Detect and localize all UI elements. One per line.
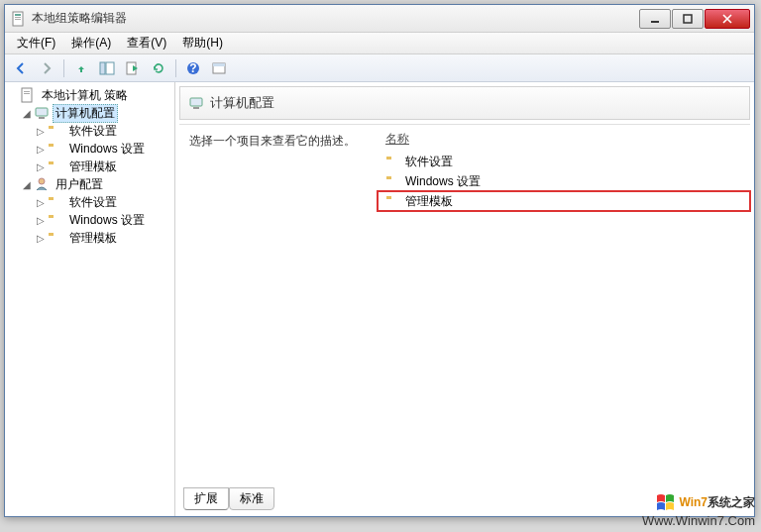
tree-item-windows-settings-user[interactable]: ▷ Windows 设置	[35, 211, 172, 229]
tree-pane[interactable]: 本地计算机 策略 ◢ 计算机配置 ▷ 软件设置 ▷	[5, 82, 175, 516]
description-prompt: 选择一个项目来查看它的描述。	[189, 133, 368, 150]
window-controls	[639, 9, 750, 29]
expand-icon[interactable]: ▷	[35, 197, 47, 208]
folder-icon	[48, 123, 63, 139]
svg-rect-30	[49, 233, 54, 236]
tab-standard[interactable]: 标准	[229, 487, 274, 510]
tree-item-windows-settings[interactable]: ▷ Windows 设置	[35, 140, 172, 158]
folder-icon	[385, 173, 401, 189]
tree-item-admin-templates[interactable]: ▷ 管理模板	[35, 158, 172, 175]
maximize-button[interactable]	[672, 9, 704, 29]
svg-text:?: ?	[189, 61, 196, 75]
svg-rect-14	[22, 88, 32, 102]
menu-help[interactable]: 帮助(H)	[174, 33, 231, 53]
export-button[interactable]	[121, 57, 145, 79]
expand-icon[interactable]: ▷	[35, 126, 47, 137]
content-header: 计算机配置	[179, 86, 750, 120]
column-header-name[interactable]: 名称	[378, 125, 750, 152]
collapse-icon[interactable]: ◢	[21, 179, 33, 190]
back-button[interactable]	[9, 57, 33, 79]
menubar: 文件(F) 操作(A) 查看(V) 帮助(H)	[5, 33, 754, 54]
svg-rect-36	[386, 176, 391, 179]
svg-rect-32	[190, 98, 202, 106]
expand-icon[interactable]: ▷	[35, 233, 47, 244]
expand-icon[interactable]: ▷	[35, 144, 47, 155]
titlebar[interactable]: 本地组策略编辑器	[5, 5, 754, 33]
svg-rect-5	[684, 15, 692, 23]
svg-rect-13	[213, 63, 225, 66]
refresh-button[interactable]	[147, 57, 170, 79]
svg-rect-2	[15, 17, 21, 18]
svg-rect-17	[36, 108, 48, 116]
svg-rect-23	[49, 161, 54, 164]
collapse-icon[interactable]: ◢	[21, 108, 33, 119]
folder-icon	[48, 141, 63, 157]
item-label: 软件设置	[405, 154, 453, 170]
svg-rect-16	[24, 93, 30, 94]
expand-icon[interactable]: ▷	[35, 161, 47, 172]
svg-rect-4	[651, 21, 659, 23]
folder-icon	[385, 193, 401, 209]
body: 本地计算机 策略 ◢ 计算机配置 ▷ 软件设置 ▷	[5, 82, 754, 516]
show-hide-tree-button[interactable]	[95, 57, 119, 79]
menu-action[interactable]: 操作(A)	[63, 33, 119, 53]
menu-file[interactable]: 文件(F)	[9, 33, 63, 53]
svg-rect-34	[386, 157, 391, 160]
svg-rect-26	[49, 197, 54, 200]
app-icon	[11, 11, 27, 27]
list-item-highlighted[interactable]: 管理模板	[378, 191, 750, 211]
folder-icon	[48, 194, 63, 210]
expand-icon[interactable]: ▷	[35, 215, 47, 226]
content-title: 计算机配置	[210, 94, 274, 112]
svg-rect-3	[15, 19, 21, 20]
folder-icon	[48, 212, 63, 228]
tree-label: 管理模板	[66, 158, 120, 176]
tree-label: 软件设置	[66, 193, 120, 212]
list-item[interactable]: Windows 设置	[378, 171, 750, 191]
content-pane: 计算机配置 选择一个项目来查看它的描述。 名称 软件设置 Windows 设置	[175, 82, 754, 516]
user-icon	[34, 176, 50, 192]
svg-rect-8	[106, 62, 114, 74]
minimize-button[interactable]	[639, 9, 671, 29]
tree-label: 本地计算机 策略	[39, 86, 131, 105]
svg-rect-15	[24, 91, 30, 92]
tree-label: 软件设置	[66, 122, 120, 141]
tabs-strip: 扩展 标准	[183, 487, 274, 510]
tree-label: 计算机配置	[53, 104, 118, 123]
svg-rect-21	[49, 144, 54, 147]
svg-rect-28	[49, 215, 54, 218]
content-main: 选择一个项目来查看它的描述。 名称 软件设置 Windows 设置 管理模板	[179, 124, 750, 512]
folder-icon	[48, 159, 63, 174]
properties-button[interactable]	[207, 57, 231, 79]
svg-rect-7	[100, 62, 105, 74]
tree-root[interactable]: 本地计算机 策略	[7, 86, 172, 104]
svg-point-25	[39, 178, 45, 184]
svg-rect-18	[39, 117, 45, 119]
folder-icon	[48, 230, 63, 246]
tree-item-software-settings-user[interactable]: ▷ 软件设置	[35, 193, 172, 211]
list-item[interactable]: 软件设置	[378, 152, 750, 171]
tree-label: Windows 设置	[66, 140, 148, 159]
forward-button[interactable]	[35, 57, 58, 79]
item-label: 管理模板	[405, 193, 453, 210]
svg-rect-33	[193, 107, 199, 109]
tree-user-config[interactable]: ◢ 用户配置	[21, 175, 172, 193]
close-button[interactable]	[705, 9, 750, 29]
svg-rect-19	[49, 126, 54, 129]
tree-label: 管理模板	[66, 229, 120, 248]
tree-label: 用户配置	[53, 175, 106, 194]
up-button[interactable]	[69, 57, 93, 79]
toolbar-separator	[63, 59, 64, 77]
tree-item-admin-templates-user[interactable]: ▷ 管理模板	[35, 229, 172, 247]
menu-view[interactable]: 查看(V)	[119, 33, 174, 53]
list-column: 名称 软件设置 Windows 设置 管理模板	[378, 125, 750, 512]
help-button[interactable]: ?	[181, 57, 205, 79]
toolbar: ?	[5, 54, 754, 82]
tree-label: Windows 设置	[66, 211, 148, 230]
computer-icon	[188, 95, 204, 111]
folder-icon	[385, 154, 401, 169]
tree-item-software-settings[interactable]: ▷ 软件设置	[35, 122, 172, 140]
tree-computer-config[interactable]: ◢ 计算机配置	[21, 104, 172, 122]
tab-extended[interactable]: 扩展	[183, 487, 229, 510]
description-column: 选择一个项目来查看它的描述。	[179, 125, 378, 512]
